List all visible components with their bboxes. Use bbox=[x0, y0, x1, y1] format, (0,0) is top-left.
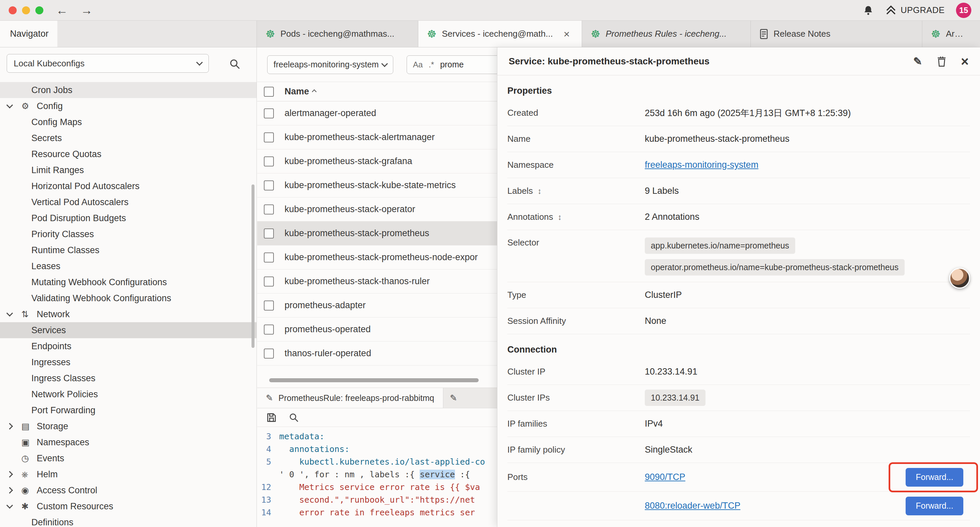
drawer-title: Service: kube-prometheus-stack-prometheu… bbox=[509, 56, 710, 67]
row-checkbox[interactable] bbox=[264, 132, 274, 142]
tree-item[interactable]: Endpoints bbox=[0, 338, 256, 354]
tree-item[interactable]: Validating Webhook Configurations bbox=[0, 290, 256, 306]
row-checkbox[interactable] bbox=[264, 204, 274, 215]
editor-tab-partial[interactable]: ✎ bbox=[443, 388, 463, 408]
tree-item[interactable]: Port Forwarding bbox=[0, 402, 256, 418]
close-window-button[interactable] bbox=[9, 6, 17, 14]
close-drawer-icon[interactable]: × bbox=[961, 55, 969, 68]
tree-item[interactable]: ⎈ Helm bbox=[0, 466, 256, 482]
user-avatar[interactable] bbox=[949, 268, 970, 288]
name-column-header[interactable]: Name bbox=[285, 86, 309, 97]
tree-chevron-icon bbox=[6, 423, 13, 430]
property-row-namespace: Namespace freeleaps-monitoring-system bbox=[508, 152, 970, 178]
row-checkbox[interactable] bbox=[264, 156, 274, 166]
forward-port-button[interactable]: Forward... bbox=[905, 497, 963, 515]
tree-item[interactable]: ◉ Access Control bbox=[0, 482, 256, 498]
notification-bell-icon[interactable] bbox=[862, 5, 874, 16]
tab-prometheus-rules[interactable]: ☸ Prometheus Rules - icecheng... bbox=[582, 21, 751, 47]
tree-item[interactable]: ✱ Custom Resources bbox=[0, 498, 256, 514]
expand-labels-icon[interactable]: ↕ bbox=[538, 186, 542, 196]
navigator-panel-tab[interactable]: Navigator bbox=[0, 21, 57, 47]
row-checkbox[interactable] bbox=[264, 228, 274, 239]
tree-item[interactable]: Network Policies bbox=[0, 386, 256, 402]
tree-item[interactable]: Limit Ranges bbox=[0, 162, 256, 178]
service-name-cell: thanos-ruler-operated bbox=[285, 348, 371, 358]
row-checkbox[interactable] bbox=[264, 108, 274, 118]
tree-item[interactable]: Vertical Pod Autoscalers bbox=[0, 194, 256, 210]
upgrade-button[interactable]: UPGRADE bbox=[885, 5, 945, 15]
service-name-cell: kube-prometheus-stack-operator bbox=[285, 204, 415, 215]
tree-item[interactable]: Definitions bbox=[0, 514, 256, 527]
row-checkbox[interactable] bbox=[264, 325, 274, 334]
name-filter-input[interactable]: Aa .* prome bbox=[407, 56, 500, 74]
maximize-window-button[interactable] bbox=[35, 6, 43, 14]
delete-trash-icon[interactable] bbox=[936, 56, 947, 67]
tab-release-notes[interactable]: Release Notes bbox=[751, 21, 922, 47]
namespace-filter-value: freeleaps-monitoring-system bbox=[274, 60, 379, 69]
port-link-9090[interactable]: 9090/TCP bbox=[645, 472, 686, 482]
row-checkbox[interactable] bbox=[264, 349, 274, 358]
row-checkbox[interactable] bbox=[264, 180, 274, 191]
tree-item[interactable]: Services bbox=[0, 322, 256, 338]
editor-search-icon[interactable] bbox=[288, 412, 299, 423]
tree-item[interactable]: ⚙ Config bbox=[0, 98, 256, 114]
tab-argo[interactable]: ☸ Argo Se bbox=[922, 21, 976, 47]
tree-item[interactable]: Resource Quotas bbox=[0, 146, 256, 162]
expand-annotations-icon[interactable]: ↕ bbox=[558, 212, 562, 222]
property-row-session-affinity: Session Affinity None bbox=[508, 308, 970, 334]
regex-toggle[interactable]: .* bbox=[429, 60, 434, 69]
port-link-8080[interactable]: 8080:reloader-web/TCP bbox=[645, 501, 740, 511]
tree-item[interactable]: ▣ Namespaces bbox=[0, 434, 256, 450]
sidebar-scrollbar[interactable] bbox=[251, 185, 255, 348]
tree-item[interactable]: Ingresses bbox=[0, 354, 256, 370]
notification-count-badge[interactable]: 15 bbox=[956, 3, 971, 18]
editor-tab-prometheusrule[interactable]: ✎ PrometheusRule: freeleaps-prod-rabbitm… bbox=[257, 388, 443, 408]
tree-item-label: Namespaces bbox=[37, 437, 89, 447]
sidebar-search-icon[interactable] bbox=[229, 58, 241, 72]
namespace-link[interactable]: freeleaps-monitoring-system bbox=[645, 160, 759, 170]
minimize-window-button[interactable] bbox=[22, 6, 30, 14]
tree-item[interactable]: Leases bbox=[0, 258, 256, 274]
tree-item[interactable]: Config Maps bbox=[0, 114, 256, 130]
tree-item-label: Config Maps bbox=[31, 117, 82, 127]
forward-arrow-icon[interactable]: → bbox=[81, 4, 93, 16]
tree-item[interactable]: Secrets bbox=[0, 130, 256, 146]
tree-item[interactable]: Pod Disruption Budgets bbox=[0, 210, 256, 226]
tree-item[interactable]: Mutating Webhook Configurations bbox=[0, 274, 256, 290]
cluster-ip-value: 10.233.14.91 bbox=[645, 366, 697, 377]
tree-item-label: Secrets bbox=[31, 133, 62, 143]
match-case-toggle[interactable]: Aa bbox=[413, 60, 423, 69]
code-text: Metrics service error rate is {{ $va bbox=[279, 481, 480, 494]
row-checkbox[interactable] bbox=[264, 301, 274, 310]
horizontal-scrollbar-thumb[interactable] bbox=[269, 378, 479, 382]
namespace-filter-select[interactable]: freeleaps-monitoring-system bbox=[267, 56, 393, 74]
tree-item[interactable]: Runtime Classes bbox=[0, 242, 256, 258]
tab-pods[interactable]: ☸ Pods - icecheng@mathmas... bbox=[257, 21, 418, 47]
save-icon[interactable] bbox=[266, 412, 277, 423]
tree-item[interactable]: ◷ Events bbox=[0, 450, 256, 466]
kubeconfig-selector[interactable]: Local Kubeconfigs bbox=[7, 54, 209, 73]
tree-item[interactable]: Cron Jobs bbox=[0, 82, 256, 98]
tree-item-label: Network Policies bbox=[31, 389, 98, 400]
line-number: 13 bbox=[257, 494, 279, 506]
tab-services[interactable]: ☸ Services - icecheng@math... × bbox=[418, 21, 582, 47]
line-number: 4 bbox=[257, 443, 279, 455]
kubernetes-icon: ☸ bbox=[427, 29, 437, 39]
close-tab-icon[interactable]: × bbox=[563, 29, 570, 39]
tree-item[interactable]: Ingress Classes bbox=[0, 370, 256, 386]
tree-item-label: Network bbox=[37, 309, 70, 320]
tree-item-label: Endpoints bbox=[31, 341, 72, 352]
resource-tree: Cron Jobs ⚙ Config Config Maps Secrets bbox=[0, 82, 256, 527]
back-arrow-icon[interactable]: ← bbox=[56, 4, 68, 16]
row-checkbox[interactable] bbox=[264, 277, 274, 287]
tree-item[interactable]: Priority Classes bbox=[0, 226, 256, 242]
edit-resource-icon[interactable]: ✎ bbox=[913, 55, 922, 68]
config-icon: ⚙ bbox=[21, 101, 37, 111]
tree-item[interactable]: ⇅ Network bbox=[0, 306, 256, 322]
tree-item[interactable]: ▤ Storage bbox=[0, 418, 256, 434]
forward-port-button[interactable]: Forward... bbox=[905, 468, 963, 487]
row-checkbox[interactable] bbox=[264, 253, 274, 263]
session-affinity-value: None bbox=[645, 316, 667, 326]
tree-item[interactable]: Horizontal Pod Autoscalers bbox=[0, 178, 256, 194]
select-all-checkbox[interactable] bbox=[264, 87, 274, 97]
